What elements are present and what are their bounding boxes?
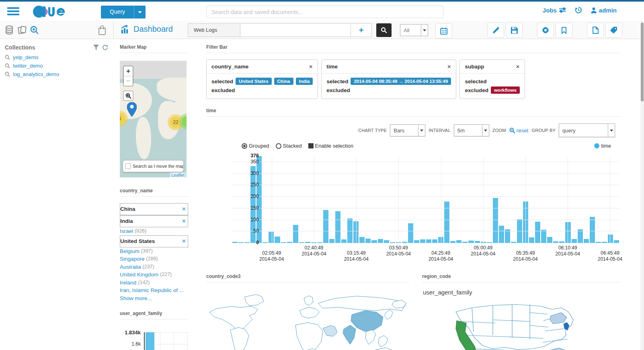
filter-funnel-icon[interactable] <box>93 45 99 50</box>
filter-value-pill[interactable]: workflows <box>491 86 520 94</box>
time-bar[interactable] <box>359 237 365 243</box>
map-zoom-in-button[interactable]: + <box>124 66 133 76</box>
bookmark-button[interactable] <box>556 23 572 38</box>
time-bar[interactable] <box>450 241 455 243</box>
edit-button[interactable] <box>487 23 504 38</box>
hamburger-menu-icon[interactable] <box>7 7 19 15</box>
collection-item[interactable]: yelp_demo <box>0 53 114 62</box>
remove-facet-icon[interactable]: ✕ <box>182 217 188 225</box>
user-agent-bar[interactable] <box>146 332 154 350</box>
user-menu[interactable]: admin <box>591 7 617 14</box>
time-bar[interactable] <box>378 239 383 243</box>
chart-type-select[interactable]: Bars <box>390 124 425 136</box>
zoom-reset-link[interactable]: reset <box>509 128 529 134</box>
time-bar[interactable] <box>535 222 540 243</box>
add-filter-button[interactable]: + <box>351 23 372 37</box>
timeline-calendar-button[interactable] <box>435 23 452 39</box>
zoom-in-icon[interactable] <box>30 25 39 35</box>
facet-item[interactable]: United Kingdom(227) <box>120 271 188 279</box>
filter-value-pill[interactable]: India <box>296 78 313 85</box>
execute-search-button[interactable] <box>376 23 392 37</box>
us-gradient-map[interactable] <box>447 301 621 350</box>
collection-item[interactable]: log_analytics_demo <box>0 70 114 78</box>
map-search-checkbox[interactable] <box>125 163 131 169</box>
filter-value-pill[interactable]: China <box>274 78 293 85</box>
time-bar[interactable] <box>281 242 286 243</box>
time-bar-chart[interactable]: 02:05:492014-05-0402:40:492014-05-0403:1… <box>206 150 621 263</box>
grouped-radio[interactable]: Grouped <box>242 143 269 149</box>
time-bar[interactable] <box>499 226 504 243</box>
dashboard-query-input[interactable] <box>240 23 351 37</box>
time-bar[interactable] <box>572 239 577 243</box>
jobs-link[interactable]: Jobs <box>543 7 566 14</box>
time-bar[interactable] <box>287 242 292 243</box>
time-bar[interactable] <box>384 240 389 243</box>
facet-item[interactable]: China✕ <box>120 203 188 215</box>
group-by-select[interactable]: query <box>559 124 615 137</box>
index-database-icon[interactable] <box>5 25 14 35</box>
map-search-checkbox-row[interactable]: Search as I move the map <box>123 160 184 172</box>
close-icon[interactable]: ✕ <box>435 64 451 70</box>
time-bar[interactable] <box>590 217 595 243</box>
facet-item[interactable]: Belgium(397) <box>120 247 188 255</box>
time-bar[interactable] <box>414 240 419 243</box>
time-bar[interactable] <box>456 240 461 243</box>
collection-item[interactable]: twitter_demo <box>0 62 114 70</box>
time-bar[interactable] <box>347 218 353 243</box>
enable-selection-checkbox[interactable]: Enable selection <box>308 143 353 149</box>
facet-item[interactable]: United States✕ <box>120 235 188 247</box>
query-split-button[interactable]: Query <box>101 6 146 19</box>
tag-button[interactable] <box>605 23 622 38</box>
time-bar[interactable] <box>468 241 474 243</box>
map-zoom-out-button[interactable]: − <box>124 76 133 86</box>
time-bar[interactable] <box>420 239 425 243</box>
facet-item[interactable]: Ireland(142) <box>120 279 188 287</box>
time-bar[interactable] <box>402 242 407 243</box>
time-bar[interactable] <box>341 239 347 243</box>
new-document-button[interactable] <box>587 23 604 38</box>
time-bar[interactable] <box>329 239 334 243</box>
interval-select[interactable]: 5m <box>454 124 489 136</box>
user-agent-family-chart[interactable]: 1.834k 1.6k 1.4k <box>120 327 188 350</box>
facet-item[interactable]: India✕ <box>120 215 188 227</box>
time-bar[interactable] <box>432 239 437 243</box>
time-bar[interactable] <box>408 223 413 243</box>
time-bar[interactable] <box>493 198 498 243</box>
time-bar[interactable] <box>263 242 268 243</box>
scrollbar-thumb[interactable] <box>641 23 644 101</box>
time-bar[interactable] <box>323 210 328 243</box>
time-bar[interactable] <box>390 242 395 243</box>
time-bar[interactable] <box>541 230 546 243</box>
time-bar[interactable] <box>547 237 552 243</box>
leaflet-attribution-link[interactable]: Leaflet <box>170 173 186 177</box>
page-scrollbar[interactable] <box>640 21 644 350</box>
time-bar[interactable] <box>335 211 340 243</box>
time-bar[interactable] <box>584 239 589 243</box>
close-icon[interactable]: ✕ <box>297 64 313 70</box>
marker-map[interactable]: + − 5 22 2 <box>120 61 187 177</box>
facet-item[interactable]: Israel(826) <box>120 227 188 235</box>
time-bar[interactable] <box>529 237 534 243</box>
filter-value-pill[interactable]: 2014-05-04 08:35:49 → 2014-05-04 13:55:4… <box>351 78 451 85</box>
query-dropdown-caret[interactable] <box>134 6 146 19</box>
world-gradient-map[interactable] <box>206 290 409 350</box>
close-icon[interactable]: ✕ <box>504 64 520 70</box>
facet-item[interactable]: Iran, Islamic Republic of ... <box>120 286 188 294</box>
show-more-link[interactable]: Show more... <box>120 294 188 303</box>
bag-icon[interactable] <box>98 25 107 35</box>
facet-item[interactable]: Singapore(288) <box>120 255 188 263</box>
time-bar[interactable] <box>553 241 558 243</box>
time-bar[interactable] <box>475 241 480 243</box>
collection-name-label[interactable]: Web Logs <box>188 23 240 37</box>
time-bar[interactable] <box>293 225 298 243</box>
refresh-icon[interactable] <box>102 45 108 50</box>
time-bar[interactable] <box>602 242 607 243</box>
scope-select[interactable]: All <box>400 24 428 36</box>
map-marker-pin[interactable] <box>127 102 137 117</box>
series-legend-time[interactable]: time <box>594 143 611 149</box>
global-search-input[interactable] <box>206 6 443 18</box>
time-bar[interactable] <box>426 239 431 243</box>
time-bar[interactable] <box>487 242 492 243</box>
dashboard-title[interactable]: Dashboard <box>121 25 173 34</box>
time-bar[interactable] <box>596 242 601 243</box>
